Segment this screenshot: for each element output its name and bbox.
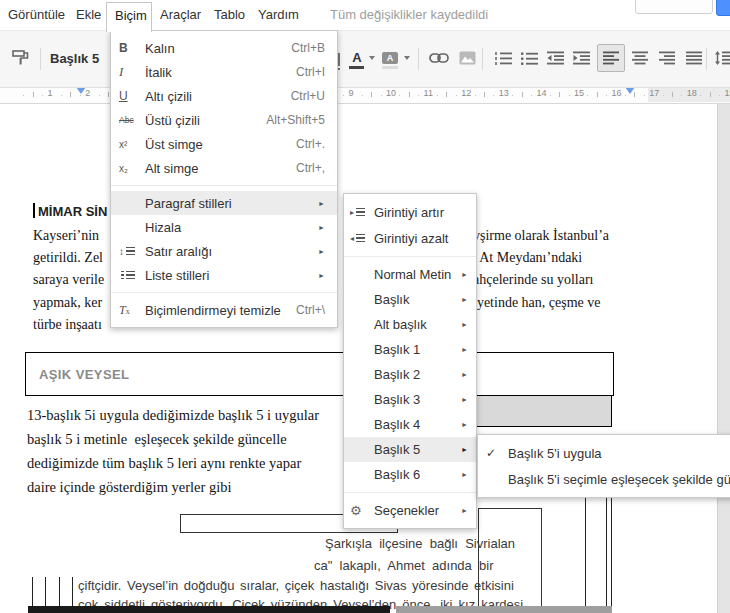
menu-goruntule[interactable]: Görüntüle [8,7,65,22]
doc-text-line: vşirme olarak İstanbul’a [473,225,609,247]
paragraph-styles-menu: ▸ Girintiyi artır ◂ Girintiyi azalt Norm… [343,193,477,529]
align-left-icon [603,51,619,65]
text-color-caret[interactable] [369,56,375,60]
align-right-button[interactable] [654,45,680,71]
menu-item-baslik-6[interactable]: Başlık 6 ► [344,462,476,487]
menu-item-shortcut: Ctrl+. [296,137,325,151]
menu-bicim-open[interactable]: Biçim [106,2,152,32]
clipped-toolbar-icon [338,53,340,66]
highlight-color-caret[interactable] [404,56,410,60]
menu-item-italik[interactable]: I İtalik Ctrl+I [111,60,337,84]
menu-item-label: İtalik [145,65,286,80]
indent-marker-left[interactable] [76,87,86,94]
text-cursor [33,203,35,218]
menu-ekle[interactable]: Ekle [76,7,101,22]
align-justify-button[interactable] [681,45,707,71]
insert-image-button[interactable] [454,45,480,71]
menu-item-shortcut: Ctrl+\ [296,303,325,317]
comments-button-partial[interactable] [635,0,713,14]
menu-item-baslik5-uygula[interactable]: ✓ Başlık 5'i uygula [478,440,730,466]
doc-text-line: , At Meydanı’ndaki [473,247,582,269]
paint-format-button[interactable] [8,45,34,71]
paint-roller-icon [12,49,30,67]
decrease-indent-icon [547,51,564,65]
submenu-arrow-icon: ► [461,296,468,303]
page-right-margin [717,104,730,613]
menu-tablo[interactable]: Tablo [214,7,245,22]
google-docs-window: MİMAR SİN Kayseri’nin getirildi. Zel sar… [0,0,730,613]
menu-item-baslik[interactable]: Başlık ► [344,287,476,312]
submenu-arrow-icon: ► [461,471,468,478]
align-center-icon [632,51,648,65]
menu-item-alt-baslik[interactable]: Alt başlık ► [344,312,476,337]
menu-separator [344,492,476,493]
bold-icon: B [119,41,128,55]
bulleted-list-button[interactable] [516,45,542,71]
menu-item-ust-simge[interactable]: x² Üst simge Ctrl+. [111,132,337,156]
menu-item-paragraf-stilleri[interactable]: Paragraf stilleri ► [111,191,337,215]
table-header-row[interactable]: AŞIK VEYSEL [25,352,614,396]
menu-araclar[interactable]: Araçlar [160,7,201,22]
align-right-icon [659,51,675,65]
menu-item-bicimlendirmeyi-temizle[interactable]: Tx Biçimlendirmeyi temizle Ctrl+\ [111,298,337,322]
menu-item-baslik-1[interactable]: Başlık 1 ► [344,337,476,362]
list-styles-icon [121,271,124,280]
submenu-arrow-icon: ► [461,507,468,514]
menu-item-label: Hizala [145,220,310,235]
menu-item-alt-simge[interactable]: x₂ Alt simge Ctrl+, [111,156,337,180]
line-spacing-icon [715,51,730,65]
heading5-menu: ✓ Başlık 5'i uygula Başlık 5'i seçimle e… [477,434,730,498]
menu-yardim[interactable]: Yardım [258,7,299,22]
menu-item-girintiyi-azalt[interactable]: ◂ Girintiyi azalt [344,225,476,251]
menu-item-shortcut: Ctrl+B [291,41,325,55]
menu-item-baslik5-guncelle[interactable]: Başlık 5'i seçimle eşleşecek şekilde gün… [478,466,730,492]
menu-item-baslik-2[interactable]: Başlık 2 ► [344,362,476,387]
submenu-arrow-icon: ► [318,248,325,255]
submenu-arrow-icon: ► [461,371,468,378]
text-color-button[interactable]: A [348,45,366,71]
align-center-button[interactable] [627,45,653,71]
clear-formatting-icon: Tx [119,303,130,318]
highlight-color-button[interactable]: A [381,45,399,71]
menu-item-shortcut: Ctrl+, [296,161,325,175]
increase-indent-button[interactable] [568,45,594,71]
menu-item-secenekler[interactable]: ⚙ Seçenekler ► [344,498,476,523]
toolbar-separator [40,48,41,70]
menu-bicim-label: Biçim [115,8,147,23]
align-left-button[interactable] [597,44,625,72]
check-icon: ✓ [486,446,496,460]
numbered-list-button[interactable] [490,45,516,71]
line-spacing-button[interactable] [710,45,730,71]
submenu-arrow-icon: ► [461,421,468,428]
share-button-partial[interactable] [716,0,730,16]
format-menu: B Kalın Ctrl+B I İtalik Ctrl+I U Altı çi… [110,30,338,328]
menu-item-baslik-5[interactable]: Başlık 5 ► [344,437,476,462]
menu-item-kalin[interactable]: B Kalın Ctrl+B [111,36,337,60]
decrease-indent-button[interactable] [542,45,568,71]
menu-item-ustu-cizili[interactable]: Abc Üstü çizili Alt+Shift+5 [111,108,337,132]
indent-decrease-icon [356,234,365,243]
menu-item-normal-metin[interactable]: Normal Metin ► [344,262,476,287]
menu-item-baslik-4[interactable]: Başlık 4 ► [344,412,476,437]
menu-item-satir-araligi[interactable]: ↕ Satır aralığı ► [111,239,337,263]
gear-icon: ⚙ [350,503,362,518]
line-spacing-icon: ↕ [119,246,124,257]
menu-item-label: Alt başlık [374,317,453,332]
menu-item-hizala[interactable]: Hizala ► [111,215,337,239]
paragraph-style-selector[interactable]: Başlık 5 [50,51,99,66]
align-justify-icon [686,51,702,65]
menu-item-label: Liste stilleri [145,268,310,283]
menu-item-girintiyi-artir[interactable]: ▸ Girintiyi artır [344,199,476,225]
menu-item-liste-stilleri[interactable]: Liste stilleri ► [111,263,337,287]
doc-footer-line: Şarkışla ilçesine bağlı Sivrialan [325,536,515,551]
doc-paragraph-line: 13-başlık 5i uygula dediğimizde başlık 5… [27,407,319,424]
insert-link-button[interactable] [426,45,452,71]
numbered-list-icon [495,51,512,65]
menu-item-alti-cizili[interactable]: U Altı çizili Ctrl+U [111,84,337,108]
superscript-icon: x² [119,139,127,150]
submenu-arrow-icon: ► [318,224,325,231]
menu-item-baslik-3[interactable]: Başlık 3 ► [344,387,476,412]
table-border-thick [28,606,390,613]
highlight-color-icon: A [382,52,398,64]
indent-marker-right[interactable] [625,87,635,94]
